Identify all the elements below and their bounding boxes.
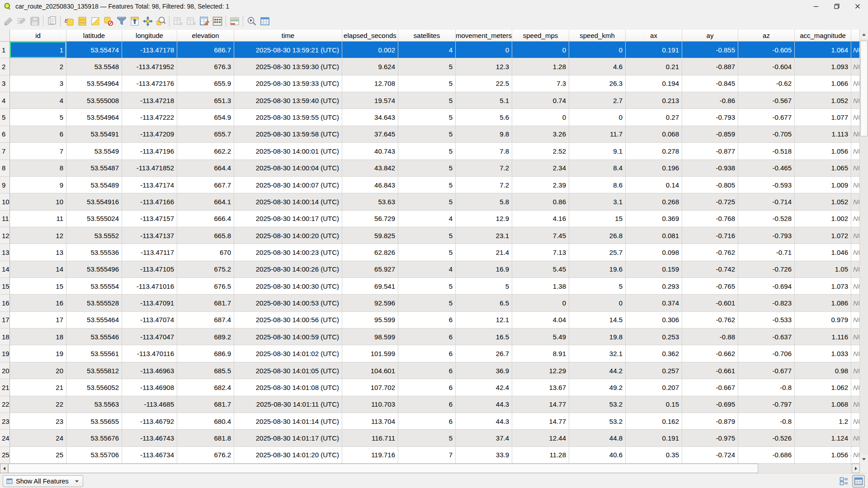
cell-ax[interactable]: 0.253 <box>626 328 682 345</box>
cell-satellites[interactable]: 6 <box>398 413 456 429</box>
cell-satellites[interactable]: 5 <box>398 295 456 311</box>
cell-latitude[interactable]: 53.55655 <box>66 413 122 429</box>
cell-elapsed_seconds[interactable]: 46.843 <box>342 177 398 193</box>
form-view-button[interactable] <box>838 475 850 488</box>
cell-latitude[interactable]: 53.556052 <box>66 379 122 395</box>
cell-latitude[interactable]: 53.55536 <box>66 244 122 260</box>
cell-id[interactable]: 3 <box>10 75 66 92</box>
cell-latitude[interactable]: 53.555528 <box>66 295 122 311</box>
cell-speed_kmh[interactable]: 26.3 <box>569 75 626 92</box>
cell-speed_mps[interactable]: 8.91 <box>512 345 569 361</box>
cell-movement_meters[interactable]: 7.2 <box>456 177 512 193</box>
dock-table-button[interactable] <box>258 15 271 28</box>
cell-elevation[interactable]: 681.7 <box>177 295 234 311</box>
cell-time[interactable]: 2025-08-30 13:59:30 (UTC) <box>234 58 342 75</box>
cell-latitude[interactable]: 53.5552 <box>66 227 122 244</box>
cell-speed_kmh[interactable]: 25.7 <box>569 244 626 260</box>
cell-az[interactable]: -0.567 <box>738 92 795 108</box>
cell-acc_magnitude[interactable]: 1.116 <box>795 328 851 345</box>
cell-time[interactable]: 2025-08-30 14:00:20 (UTC) <box>234 227 342 244</box>
cell-elapsed_seconds[interactable]: 69.541 <box>342 278 398 294</box>
cell-satellites[interactable]: 5 <box>398 227 456 244</box>
cell-speed_mps[interactable]: 7.3 <box>512 75 569 92</box>
column-header-id[interactable]: id <box>10 30 66 41</box>
cell-longitude[interactable]: -113.47117 <box>122 244 177 260</box>
cell-id[interactable]: 16 <box>10 295 66 311</box>
cell-overflow-null[interactable]: NULL <box>851 295 860 311</box>
row-number[interactable]: 8 <box>0 160 10 176</box>
cell-az[interactable]: -0.71 <box>738 244 795 260</box>
cell-speed_mps[interactable]: 5.49 <box>512 328 569 345</box>
cell-acc_magnitude[interactable]: 1.062 <box>795 379 851 395</box>
cell-id[interactable]: 17 <box>10 312 66 328</box>
cell-ax[interactable]: 0.278 <box>626 143 682 159</box>
cell-elapsed_seconds[interactable]: 110.703 <box>342 396 398 413</box>
cell-overflow-null[interactable]: NULL <box>851 413 860 429</box>
cell-speed_mps[interactable]: 0 <box>512 295 569 311</box>
cell-satellites[interactable]: 5 <box>398 278 456 294</box>
cell-speed_kmh[interactable]: 8.6 <box>569 177 626 193</box>
cell-movement_meters[interactable]: 44.3 <box>456 396 512 413</box>
cell-movement_meters[interactable]: 12.1 <box>456 312 512 328</box>
cell-ax[interactable]: 0.068 <box>626 126 682 142</box>
cell-speed_mps[interactable]: 4.04 <box>512 312 569 328</box>
cell-time[interactable]: 2025-08-30 14:00:53 (UTC) <box>234 295 342 311</box>
cell-satellites[interactable]: 5 <box>398 126 456 142</box>
cell-acc_magnitude[interactable]: 1.056 <box>795 447 851 463</box>
cell-acc_magnitude[interactable]: 0.979 <box>795 312 851 328</box>
cell-id[interactable]: 9 <box>10 177 66 193</box>
cell-speed_kmh[interactable]: 8.4 <box>569 160 626 176</box>
cell-elevation[interactable]: 675.2 <box>177 261 234 277</box>
cell-movement_meters[interactable]: 9.8 <box>456 126 512 142</box>
cell-ax[interactable]: 0.35 <box>626 447 682 463</box>
cell-az[interactable]: -0.8 <box>738 379 795 395</box>
cell-ay[interactable]: -0.762 <box>682 244 738 260</box>
cell-elevation[interactable]: 662.2 <box>177 143 234 159</box>
vertical-scrollbar-thumb[interactable] <box>860 41 868 136</box>
filter-form-button[interactable] <box>115 15 128 28</box>
cell-movement_meters[interactable]: 5.1 <box>456 92 512 108</box>
cell-acc_magnitude[interactable]: 1.073 <box>795 278 851 294</box>
cell-ay[interactable]: -0.793 <box>682 109 738 125</box>
cell-elevation[interactable]: 687.4 <box>177 312 234 328</box>
cell-id[interactable]: 22 <box>10 396 66 413</box>
cell-speed_mps[interactable]: 0.74 <box>512 92 569 108</box>
cell-overflow-null[interactable]: NULL <box>851 278 860 294</box>
cell-acc_magnitude[interactable]: 1.072 <box>795 227 851 244</box>
cell-time[interactable]: 2025-08-30 14:00:01 (UTC) <box>234 143 342 159</box>
cell-elapsed_seconds[interactable]: 116.711 <box>342 430 398 446</box>
cell-elapsed_seconds[interactable]: 62.826 <box>342 244 398 260</box>
cell-az[interactable]: -0.465 <box>738 160 795 176</box>
row-number[interactable]: 25 <box>0 447 10 463</box>
cell-longitude[interactable]: -113.47074 <box>122 312 177 328</box>
cell-latitude[interactable]: 53.554916 <box>66 193 122 210</box>
cell-time[interactable]: 2025-08-30 13:59:33 (UTC) <box>234 75 342 92</box>
column-header-az[interactable]: az <box>738 30 795 41</box>
cell-ax[interactable]: 0.293 <box>626 278 682 294</box>
cell-movement_meters[interactable]: 5.8 <box>456 193 512 210</box>
cell-movement_meters[interactable]: 5 <box>456 278 512 294</box>
cell-satellites[interactable]: 5 <box>398 430 456 446</box>
cell-speed_kmh[interactable]: 26.8 <box>569 227 626 244</box>
row-number[interactable]: 4 <box>0 92 10 108</box>
cell-ay[interactable]: -0.662 <box>682 345 738 361</box>
scroll-down-button[interactable] <box>860 455 868 464</box>
conditional-formatting-button[interactable] <box>211 15 224 28</box>
column-header-longitude[interactable]: longitude <box>122 30 177 41</box>
cell-ay[interactable]: -0.601 <box>682 295 738 311</box>
cell-ay[interactable]: -0.667 <box>682 379 738 395</box>
cell-overflow-null[interactable]: NULL <box>851 396 860 413</box>
scroll-left-button[interactable] <box>0 464 8 473</box>
cell-az[interactable]: -0.605 <box>738 42 795 58</box>
cell-movement_meters[interactable]: 33.9 <box>456 447 512 463</box>
cell-acc_magnitude[interactable]: 1.093 <box>795 58 851 75</box>
cell-overflow-null[interactable]: NULL <box>851 193 860 210</box>
cell-az[interactable]: -0.528 <box>738 211 795 227</box>
cell-elevation[interactable]: 685.5 <box>177 362 234 379</box>
cell-speed_mps[interactable]: 2.39 <box>512 177 569 193</box>
cell-speed_mps[interactable]: 11.28 <box>512 447 569 463</box>
cell-longitude[interactable]: -113.46963 <box>122 362 177 379</box>
cell-longitude[interactable]: -113.47137 <box>122 227 177 244</box>
cell-id[interactable]: 12 <box>10 227 66 244</box>
row-number[interactable]: 11 <box>0 211 10 227</box>
